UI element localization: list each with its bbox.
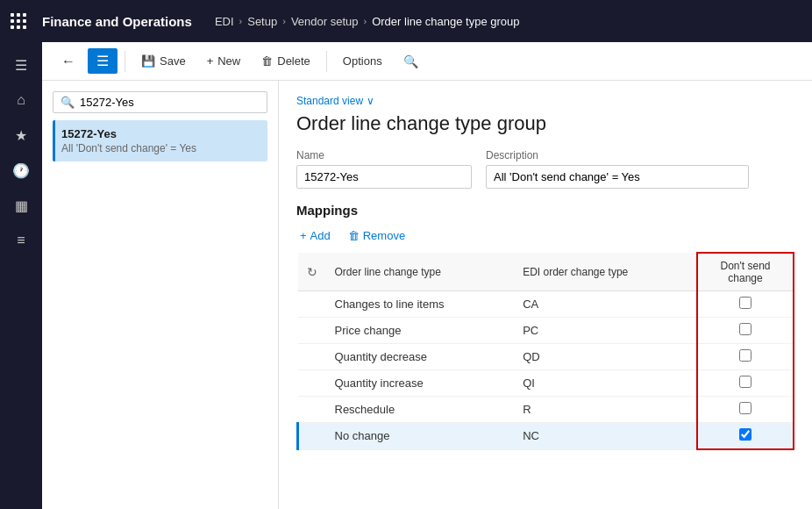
save-button[interactable]: 💾 Save xyxy=(132,50,195,72)
edi-type-cell: PC xyxy=(514,318,697,344)
dont-send-checkbox[interactable] xyxy=(739,297,751,309)
breadcrumb: EDI › Setup › Vendor setup › Order line … xyxy=(215,15,520,28)
dont-send-checkbox[interactable] xyxy=(739,323,751,335)
table-row[interactable]: Quantity decreaseQD xyxy=(298,344,794,370)
name-field: Name xyxy=(296,149,472,189)
menu-button[interactable]: ☰ xyxy=(88,48,118,74)
back-button[interactable]: ← xyxy=(53,49,84,74)
mappings-table: ↻ Order line change type EDI order chang… xyxy=(296,252,794,450)
row-indicator xyxy=(298,344,326,370)
remove-label: Remove xyxy=(363,229,405,242)
name-label: Name xyxy=(296,149,472,161)
page-title: Order line change type group xyxy=(296,112,794,135)
breadcrumb-current: Order line change type group xyxy=(372,15,519,28)
name-input[interactable] xyxy=(296,165,472,189)
list-item-subtitle: All 'Don't send change' = Yes xyxy=(61,142,259,154)
add-label: Add xyxy=(310,229,331,242)
row-indicator xyxy=(298,397,326,423)
table-row[interactable]: Quantity increaseQI xyxy=(298,370,794,397)
edi-type-cell: R xyxy=(514,397,697,423)
search-toolbar-button[interactable]: 🔍 xyxy=(395,50,427,73)
sidebar-recent-icon[interactable]: 🕐 xyxy=(5,154,37,186)
save-label: Save xyxy=(160,54,186,68)
dont-send-cell[interactable] xyxy=(697,344,794,370)
dont-send-cell[interactable] xyxy=(697,370,794,397)
table-row[interactable]: Changes to line itemsCA xyxy=(298,291,794,318)
change-type-cell: Price change xyxy=(326,318,515,344)
breadcrumb-sep-3: › xyxy=(364,16,367,26)
delete-button[interactable]: 🗑 Delete xyxy=(253,50,319,72)
description-input[interactable] xyxy=(486,165,749,189)
dont-send-checkbox[interactable] xyxy=(739,376,751,388)
save-icon: 💾 xyxy=(141,54,155,68)
search-icon: 🔍 xyxy=(61,96,75,109)
change-type-cell: No change xyxy=(326,423,515,450)
refresh-icon[interactable]: ↻ xyxy=(307,265,317,279)
table-row[interactable]: No changeNC xyxy=(298,423,794,450)
change-type-cell: Quantity decrease xyxy=(326,344,515,370)
row-indicator xyxy=(298,370,326,397)
delete-icon: 🗑 xyxy=(261,54,273,68)
chevron-down-icon: ∨ xyxy=(367,95,374,107)
detail-panel: Standard view ∨ Order line change type g… xyxy=(279,81,812,509)
app-title: Finance and Operations xyxy=(42,14,192,29)
remove-mapping-button[interactable]: 🗑 Remove xyxy=(345,226,409,245)
change-type-cell: Changes to line items xyxy=(326,291,515,318)
sidebar-favorites-icon[interactable]: ★ xyxy=(5,119,37,151)
row-indicator xyxy=(298,291,326,318)
dont-send-cell[interactable] xyxy=(697,397,794,423)
list-item[interactable]: 15272-Yes All 'Don't send change' = Yes xyxy=(53,120,267,161)
remove-icon: 🗑 xyxy=(348,229,360,242)
mappings-toolbar: + Add 🗑 Remove xyxy=(296,226,794,245)
breadcrumb-vendor[interactable]: Vendor setup xyxy=(291,15,359,28)
view-selector[interactable]: Standard view ∨ xyxy=(296,95,794,107)
new-button[interactable]: + New xyxy=(198,50,250,72)
table-row[interactable]: RescheduleR xyxy=(298,397,794,423)
edi-type-header: EDI order change type xyxy=(514,253,697,291)
row-indicator xyxy=(298,423,326,450)
edi-type-cell: NC xyxy=(514,423,697,450)
edi-type-cell: QD xyxy=(514,344,697,370)
new-icon: + xyxy=(207,54,214,68)
search-input[interactable] xyxy=(80,96,260,109)
mappings-section: Mappings + Add 🗑 Remove xyxy=(296,203,794,450)
dont-send-cell[interactable] xyxy=(697,291,794,318)
grid-icon[interactable] xyxy=(11,13,26,29)
breadcrumb-setup[interactable]: Setup xyxy=(247,15,277,28)
main-content: 🔍 15272-Yes All 'Don't send change' = Ye… xyxy=(42,81,812,509)
options-button[interactable]: Options xyxy=(334,50,391,72)
form-row: Name Description xyxy=(296,149,794,189)
sidebar-nav: ☰ ⌂ ★ 🕐 ▦ ≡ xyxy=(0,42,42,509)
refresh-header: ↻ xyxy=(298,253,326,291)
edi-type-cell: CA xyxy=(514,291,697,318)
dont-send-checkbox[interactable] xyxy=(739,428,751,441)
main-layout: ☰ ⌂ ★ 🕐 ▦ ≡ ← ☰ 💾 Save + New 🗑 Delete xyxy=(0,42,812,509)
add-mapping-button[interactable]: + Add xyxy=(296,226,334,245)
toolbar-sep-1 xyxy=(125,51,125,72)
options-label: Options xyxy=(343,54,382,68)
add-icon: + xyxy=(300,229,307,242)
sidebar-workspaces-icon[interactable]: ▦ xyxy=(5,190,37,221)
breadcrumb-sep-1: › xyxy=(239,16,243,26)
dont-send-cell[interactable] xyxy=(697,423,794,450)
dont-send-header: Don't send change xyxy=(697,253,794,291)
sidebar-modules-icon[interactable]: ≡ xyxy=(5,225,37,256)
sidebar-hamburger-icon[interactable]: ☰ xyxy=(5,49,37,81)
delete-label: Delete xyxy=(277,54,310,68)
change-type-cell: Reschedule xyxy=(326,397,515,423)
sidebar-home-icon[interactable]: ⌂ xyxy=(5,84,37,116)
dont-send-checkbox[interactable] xyxy=(739,402,751,414)
change-type-cell: Quantity increase xyxy=(326,370,515,397)
breadcrumb-sep-2: › xyxy=(282,16,286,26)
breadcrumb-edi[interactable]: EDI xyxy=(215,15,234,28)
list-item-title: 15272-Yes xyxy=(61,127,259,140)
mappings-title: Mappings xyxy=(296,203,794,218)
dont-send-cell[interactable] xyxy=(697,318,794,344)
description-label: Description xyxy=(486,149,749,161)
change-type-header: Order line change type xyxy=(326,253,515,291)
content-area: ← ☰ 💾 Save + New 🗑 Delete Options 🔍 xyxy=(42,42,812,509)
dont-send-checkbox[interactable] xyxy=(739,349,751,362)
search-box[interactable]: 🔍 xyxy=(53,91,267,113)
table-row[interactable]: Price changePC xyxy=(298,318,794,344)
row-indicator xyxy=(298,318,326,344)
